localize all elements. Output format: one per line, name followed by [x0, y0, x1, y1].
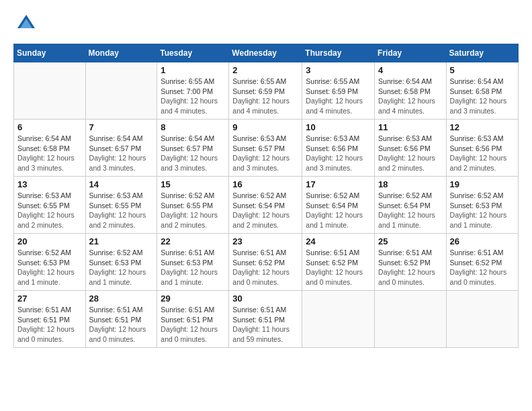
sunrise-label: Sunrise: 6:53 AM	[450, 134, 504, 142]
calendar-cell: 18Sunrise: 6:52 AMSunset: 6:54 PMDayligh…	[375, 177, 447, 234]
day-number: 15	[161, 179, 225, 189]
sunrise-label: Sunrise: 6:55 AM	[232, 77, 286, 85]
week-row-4: 20Sunrise: 6:52 AMSunset: 6:53 PMDayligh…	[14, 234, 519, 291]
sunset-label: Sunset: 6:56 PM	[450, 144, 502, 152]
day-info: Sunrise: 6:51 AMSunset: 6:53 PMDaylight:…	[161, 248, 225, 287]
sunrise-label: Sunrise: 6:52 AM	[89, 248, 143, 257]
day-info: Sunrise: 6:53 AMSunset: 6:56 PMDaylight:…	[378, 134, 443, 173]
calendar-cell: 7Sunrise: 6:54 AMSunset: 6:57 PMDaylight…	[85, 120, 157, 177]
day-number: 17	[306, 179, 371, 189]
calendar-cell: 10Sunrise: 6:53 AMSunset: 6:56 PMDayligh…	[302, 120, 375, 177]
day-info: Sunrise: 6:51 AMSunset: 6:52 PMDaylight:…	[232, 248, 298, 287]
calendar-cell: 25Sunrise: 6:51 AMSunset: 6:52 PMDayligh…	[375, 234, 447, 291]
sunrise-label: Sunrise: 6:52 AM	[450, 191, 504, 199]
day-info: Sunrise: 6:51 AMSunset: 6:51 PMDaylight:…	[161, 305, 225, 345]
sunset-label: Sunset: 6:54 PM	[378, 201, 431, 210]
sunrise-label: Sunrise: 6:52 AM	[378, 191, 432, 199]
day-info: Sunrise: 6:54 AMSunset: 6:58 PMDaylight:…	[378, 77, 443, 116]
day-info: Sunrise: 6:55 AMSunset: 6:59 PMDaylight:…	[306, 77, 371, 116]
day-info: Sunrise: 6:52 AMSunset: 6:54 PMDaylight:…	[306, 191, 371, 230]
daylight-label: Daylight: 12 hours and 2 minutes.	[89, 211, 146, 229]
day-number: 19	[450, 179, 515, 189]
daylight-label: Daylight: 11 hours and 59 minutes.	[232, 325, 290, 343]
sunset-label: Sunset: 6:53 PM	[161, 259, 213, 267]
day-number: 12	[450, 122, 515, 132]
sunset-label: Sunset: 6:57 PM	[161, 144, 213, 152]
day-info: Sunrise: 6:52 AMSunset: 6:54 PMDaylight:…	[378, 191, 443, 230]
day-info: Sunrise: 6:51 AMSunset: 6:52 PMDaylight:…	[306, 248, 371, 287]
daylight-label: Daylight: 12 hours and 3 minutes.	[306, 154, 363, 172]
week-row-5: 27Sunrise: 6:51 AMSunset: 6:51 PMDayligh…	[14, 291, 519, 348]
day-number: 30	[232, 293, 298, 304]
day-number: 27	[17, 293, 82, 304]
sunset-label: Sunset: 6:58 PM	[17, 144, 70, 152]
calendar-cell: 29Sunrise: 6:51 AMSunset: 6:51 PMDayligh…	[157, 291, 229, 348]
day-number: 20	[17, 236, 82, 246]
sunrise-label: Sunrise: 6:51 AM	[306, 248, 359, 257]
calendar-cell	[85, 62, 157, 120]
day-number: 18	[378, 179, 443, 189]
calendar-cell: 1Sunrise: 6:55 AMSunset: 7:00 PMDaylight…	[157, 62, 229, 120]
sunrise-label: Sunrise: 6:54 AM	[89, 134, 143, 142]
day-info: Sunrise: 6:52 AMSunset: 6:55 PMDaylight:…	[161, 191, 225, 230]
day-info: Sunrise: 6:53 AMSunset: 6:55 PMDaylight:…	[89, 191, 154, 230]
sunrise-label: Sunrise: 6:52 AM	[232, 191, 286, 199]
daylight-label: Daylight: 12 hours and 1 minute.	[378, 211, 435, 229]
weekday-header-friday: Friday	[375, 44, 447, 62]
day-info: Sunrise: 6:54 AMSunset: 6:57 PMDaylight:…	[161, 134, 225, 173]
daylight-label: Daylight: 12 hours and 0 minutes.	[89, 325, 146, 343]
sunrise-label: Sunrise: 6:52 AM	[306, 191, 359, 199]
sunset-label: Sunset: 6:53 PM	[450, 201, 502, 210]
day-info: Sunrise: 6:52 AMSunset: 6:53 PMDaylight:…	[89, 248, 154, 287]
calendar-cell: 4Sunrise: 6:54 AMSunset: 6:58 PMDaylight…	[375, 62, 447, 120]
day-info: Sunrise: 6:53 AMSunset: 6:55 PMDaylight:…	[17, 191, 82, 230]
calendar-cell: 17Sunrise: 6:52 AMSunset: 6:54 PMDayligh…	[302, 177, 375, 234]
daylight-label: Daylight: 12 hours and 0 minutes.	[378, 268, 435, 286]
logo-icon	[16, 13, 36, 34]
day-number: 5	[450, 65, 515, 75]
daylight-label: Daylight: 12 hours and 3 minutes.	[232, 154, 290, 172]
weekday-header-monday: Monday	[85, 44, 157, 62]
daylight-label: Daylight: 12 hours and 0 minutes.	[450, 268, 507, 286]
calendar-cell: 24Sunrise: 6:51 AMSunset: 6:52 PMDayligh…	[302, 234, 375, 291]
day-number: 6	[17, 122, 82, 132]
daylight-label: Daylight: 12 hours and 3 minutes.	[161, 154, 218, 172]
calendar-cell: 8Sunrise: 6:54 AMSunset: 6:57 PMDaylight…	[157, 120, 229, 177]
weekday-header-tuesday: Tuesday	[157, 44, 229, 62]
daylight-label: Daylight: 12 hours and 0 minutes.	[161, 325, 218, 343]
day-info: Sunrise: 6:51 AMSunset: 6:52 PMDaylight:…	[450, 248, 515, 287]
sunrise-label: Sunrise: 6:55 AM	[161, 77, 214, 85]
calendar-cell: 28Sunrise: 6:51 AMSunset: 6:51 PMDayligh…	[85, 291, 157, 348]
sunset-label: Sunset: 6:59 PM	[232, 87, 285, 95]
sunrise-label: Sunrise: 6:53 AM	[89, 191, 143, 199]
sunset-label: Sunset: 6:51 PM	[89, 316, 142, 324]
sunset-label: Sunset: 6:57 PM	[89, 144, 142, 152]
day-number: 3	[306, 65, 371, 75]
sunset-label: Sunset: 6:58 PM	[450, 87, 502, 95]
calendar-cell: 11Sunrise: 6:53 AMSunset: 6:56 PMDayligh…	[375, 120, 447, 177]
day-number: 21	[89, 236, 154, 246]
day-info: Sunrise: 6:54 AMSunset: 6:57 PMDaylight:…	[89, 134, 154, 173]
sunset-label: Sunset: 6:54 PM	[232, 201, 285, 210]
sunrise-label: Sunrise: 6:52 AM	[17, 248, 71, 257]
calendar-cell: 13Sunrise: 6:53 AMSunset: 6:55 PMDayligh…	[14, 177, 86, 234]
sunrise-label: Sunrise: 6:51 AM	[161, 306, 214, 314]
calendar-cell: 15Sunrise: 6:52 AMSunset: 6:55 PMDayligh…	[157, 177, 229, 234]
sunset-label: Sunset: 6:52 PM	[232, 259, 285, 267]
daylight-label: Daylight: 12 hours and 4 minutes.	[306, 97, 363, 115]
daylight-label: Daylight: 12 hours and 1 minute.	[17, 268, 75, 286]
daylight-label: Daylight: 12 hours and 2 minutes.	[161, 211, 218, 229]
day-number: 9	[232, 122, 298, 132]
sunset-label: Sunset: 6:56 PM	[306, 144, 358, 152]
weekday-header-wednesday: Wednesday	[229, 44, 302, 62]
day-info: Sunrise: 6:52 AMSunset: 6:53 PMDaylight:…	[17, 248, 82, 287]
sunset-label: Sunset: 6:54 PM	[306, 201, 358, 210]
day-number: 1	[161, 65, 225, 75]
sunrise-label: Sunrise: 6:51 AM	[161, 248, 214, 257]
calendar-cell: 27Sunrise: 6:51 AMSunset: 6:51 PMDayligh…	[14, 291, 86, 348]
sunrise-label: Sunrise: 6:53 AM	[378, 134, 432, 142]
sunset-label: Sunset: 6:53 PM	[17, 259, 70, 267]
day-number: 22	[161, 236, 225, 246]
sunset-label: Sunset: 6:59 PM	[306, 87, 358, 95]
calendar-cell: 5Sunrise: 6:54 AMSunset: 6:58 PMDaylight…	[446, 62, 518, 120]
